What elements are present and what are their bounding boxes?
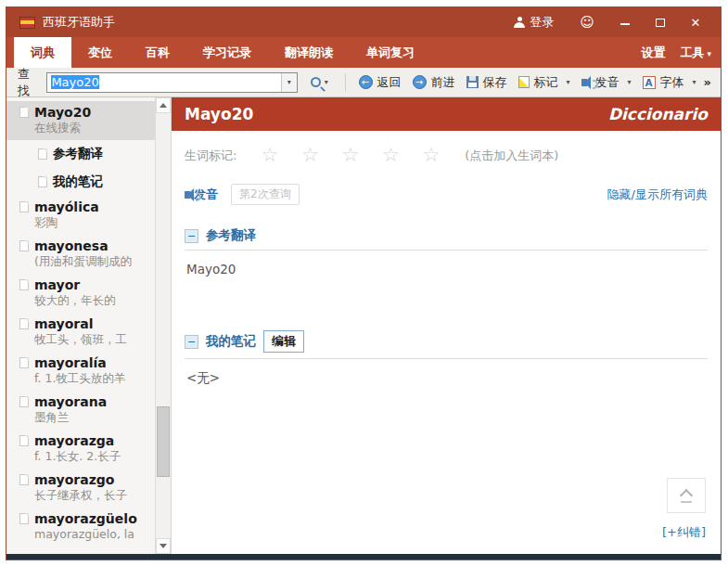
back-to-top-button[interactable] bbox=[667, 478, 706, 513]
chevron-down-icon: ▾ bbox=[287, 78, 291, 86]
close-button[interactable]: ✕ bbox=[680, 12, 711, 33]
my-notes-section: − 我的笔记 编辑 <无> bbox=[185, 330, 708, 398]
document-icon bbox=[38, 148, 47, 160]
pronounce-button[interactable]: 发音 ▾ bbox=[576, 71, 637, 95]
word-list-sidebar: Mayo20 在线搜索 参考翻译 我的笔记 mayólica 彩陶 mayone… bbox=[6, 97, 172, 554]
tab-encyclopedia[interactable]: 百科 bbox=[129, 37, 186, 68]
login-button[interactable]: 登录 bbox=[506, 10, 561, 34]
scroll-down-button[interactable] bbox=[156, 538, 171, 554]
font-button[interactable]: A 字体 ▾ bbox=[637, 71, 702, 95]
chevron-down-icon: ▾ bbox=[567, 78, 570, 86]
list-item[interactable]: mayoralía f. 1.牧工头放的羊 bbox=[6, 352, 155, 391]
star-rating-icons[interactable]: ☆ ☆ ☆ ☆ ☆ bbox=[261, 146, 448, 165]
save-button[interactable]: 保存 bbox=[461, 71, 513, 95]
app-logo-flag-icon bbox=[19, 17, 35, 29]
scrollbar-track[interactable] bbox=[156, 113, 171, 538]
login-label: 登录 bbox=[530, 14, 554, 31]
chevron-down-icon: ▾ bbox=[628, 78, 632, 86]
theme-icon[interactable]: ☺ bbox=[565, 12, 606, 32]
list-item[interactable]: mayólica 彩陶 bbox=[6, 196, 155, 235]
document-icon bbox=[19, 474, 29, 485]
window-bottom-edge bbox=[6, 554, 721, 560]
sidebar-scrollbar[interactable] bbox=[155, 97, 171, 554]
toolbar-divider bbox=[345, 73, 346, 92]
document-icon bbox=[19, 396, 29, 407]
person-icon bbox=[514, 17, 525, 28]
tab-conjugation[interactable]: 变位 bbox=[71, 37, 129, 68]
star-hint: (点击加入生词本) bbox=[465, 148, 558, 164]
search-icon bbox=[311, 77, 321, 87]
section-title: 参考翻译 bbox=[206, 227, 256, 244]
tab-study-record[interactable]: 学习记录 bbox=[186, 37, 268, 68]
document-icon bbox=[19, 240, 29, 251]
search-history-dropdown[interactable]: ▾ bbox=[281, 73, 297, 92]
new-word-marking-row: 生词标记: ☆ ☆ ☆ ☆ ☆ (点击加入生词本) bbox=[185, 146, 708, 165]
mark-button[interactable]: 标记 ▾ bbox=[513, 71, 576, 95]
star-label: 生词标记: bbox=[185, 148, 236, 164]
list-item[interactable]: Mayo20 在线搜索 bbox=[6, 101, 155, 140]
chevron-down-icon: ▾ bbox=[693, 78, 696, 86]
my-notes-content: <无> bbox=[185, 359, 708, 398]
main-panel: Mayo20 Diccionario 生词标记: ☆ ☆ ☆ ☆ ☆ (点击加入… bbox=[172, 97, 721, 554]
app-window: 西班牙语助手 登录 ☺ ✕ 词典 变位 百科 学习记录 翻译朗读 单词复习 设置… bbox=[6, 6, 722, 560]
arrow-up-icon bbox=[160, 103, 167, 108]
find-label: 查找 bbox=[18, 66, 39, 99]
search-button[interactable]: ▾ bbox=[307, 74, 332, 90]
correction-link[interactable]: [+纠错] bbox=[662, 524, 706, 541]
scroll-up-button[interactable] bbox=[156, 97, 171, 113]
document-icon bbox=[19, 201, 29, 212]
highlight-marker-icon bbox=[518, 76, 530, 88]
speaker-icon bbox=[185, 191, 190, 199]
list-child-item-reference[interactable]: 参考翻译 bbox=[6, 140, 155, 168]
document-icon bbox=[19, 107, 29, 118]
chevron-down-icon: ▾ bbox=[325, 78, 328, 86]
collapse-button[interactable]: − bbox=[185, 335, 198, 349]
search-input[interactable]: Mayo20 ▾ bbox=[46, 72, 297, 93]
list-item[interactable]: mayorazgüelo mayorazgüelo, la bbox=[6, 508, 155, 545]
reference-translation-content: Mayo20 bbox=[185, 251, 708, 288]
toolbar: 查找 Mayo20 ▾ ▾ ← 返回 → 前进 保存 标记 ▾ 发音 bbox=[6, 68, 721, 97]
tab-word-review[interactable]: 单词复习 bbox=[350, 37, 431, 68]
settings-button[interactable]: 设置 bbox=[641, 45, 665, 61]
search-input-value: Mayo20 bbox=[51, 75, 98, 89]
minimize-button[interactable] bbox=[609, 12, 641, 33]
list-item[interactable]: mayonesa (用油和蛋调制成的 bbox=[6, 235, 155, 274]
document-icon bbox=[19, 513, 29, 524]
list-item[interactable]: mayoral 牧工头，领班，工 bbox=[6, 313, 155, 352]
section-title: 我的笔记 bbox=[206, 333, 256, 350]
minimize-icon bbox=[620, 23, 630, 25]
list-item[interactable]: mayorazgo 长子继承权，长子 bbox=[6, 469, 155, 508]
list-child-item-notes[interactable]: 我的笔记 bbox=[6, 168, 155, 196]
edit-notes-button[interactable]: 编辑 bbox=[263, 330, 304, 353]
entry-header: Mayo20 Diccionario bbox=[172, 97, 721, 131]
font-icon: A bbox=[643, 76, 656, 89]
document-icon bbox=[38, 176, 47, 187]
arrow-down-icon bbox=[160, 544, 167, 548]
document-icon bbox=[19, 435, 29, 446]
tab-dictionary[interactable]: 词典 bbox=[14, 37, 71, 68]
toggle-all-dictionaries-link[interactable]: 隐藏/显示所有词典 bbox=[607, 187, 708, 203]
pronounce-row: 发音 第2次查询 隐藏/显示所有词典 bbox=[185, 184, 708, 205]
document-icon bbox=[19, 357, 29, 368]
toolbar-overflow-button[interactable]: » bbox=[702, 75, 715, 89]
maximize-icon bbox=[656, 19, 665, 27]
app-title: 西班牙语助手 bbox=[43, 14, 115, 31]
forward-button[interactable]: → 前进 bbox=[407, 71, 461, 95]
document-icon bbox=[19, 279, 29, 290]
scrollbar-thumb[interactable] bbox=[157, 406, 170, 477]
back-button[interactable]: ← 返回 bbox=[353, 71, 407, 95]
save-icon bbox=[466, 76, 479, 88]
entry-pronounce-button[interactable]: 发音 bbox=[185, 187, 218, 203]
list-item[interactable]: mayorana 墨角兰 bbox=[6, 391, 155, 430]
speaker-icon bbox=[581, 79, 587, 86]
list-item[interactable]: mayorazga f. 1.长女. 2.长子 bbox=[6, 430, 155, 469]
reference-translation-section: − 参考翻译 Mayo20 bbox=[185, 227, 708, 288]
tab-translate-read[interactable]: 翻译朗读 bbox=[268, 37, 350, 68]
collapse-button[interactable]: − bbox=[185, 229, 198, 243]
headword: Mayo20 bbox=[185, 105, 253, 123]
arrow-up-to-top-icon bbox=[680, 490, 693, 501]
tools-button[interactable]: 工具▾ bbox=[680, 45, 711, 61]
maximize-button[interactable] bbox=[645, 12, 676, 33]
query-count-badge: 第2次查询 bbox=[231, 184, 300, 205]
list-item[interactable]: mayor 较大的，年长的 bbox=[6, 274, 155, 313]
